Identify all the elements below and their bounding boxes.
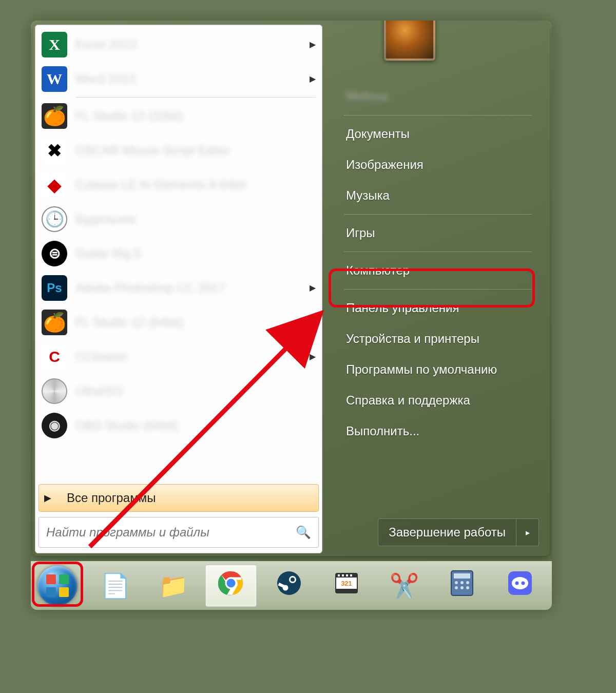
program-label: Guitar Rig 5 — [75, 246, 316, 261]
taskbar-start-button[interactable] — [32, 565, 84, 607]
right-item-music[interactable]: Музыка — [337, 180, 537, 211]
taskbar-item-calculator[interactable] — [436, 565, 488, 607]
svg-point-28 — [521, 581, 525, 585]
all-programs-button[interactable]: ▶ Все программы — [38, 484, 319, 512]
svg-point-19 — [455, 581, 458, 584]
taskbar-item-notepad[interactable]: 📄 — [90, 565, 142, 607]
program-item-flstudio[interactable]: 🍊 FL Studio 12 (32bit) — [37, 99, 320, 133]
search-icon[interactable]: 🔍 — [296, 525, 311, 540]
right-item-user[interactable]: Melissa — [337, 81, 537, 112]
program-label: Будильник — [75, 212, 316, 226]
taskbar-item-mpc[interactable]: 321 — [321, 565, 373, 607]
program-item-word[interactable]: W Word 2013 ▶ — [37, 62, 320, 96]
separator — [344, 115, 532, 116]
cubase-icon: ◆ — [42, 172, 67, 198]
svg-point-6 — [291, 578, 295, 582]
svg-rect-15 — [350, 574, 352, 576]
program-label: FL Studio 12 (64bit) — [75, 315, 316, 330]
right-item-documents[interactable]: Документы — [337, 119, 537, 149]
photoshop-icon: Ps — [42, 275, 67, 301]
svg-point-22 — [455, 586, 458, 589]
calculator-icon — [450, 570, 474, 602]
steam-icon — [276, 570, 302, 602]
program-item-ccleaner[interactable]: C CCleaner ▶ — [37, 339, 320, 374]
shutdown-options-button[interactable]: ▸ — [516, 518, 539, 546]
right-item-pictures[interactable]: Изображения — [337, 149, 537, 180]
program-label: FL Studio 12 (32bit) — [75, 109, 316, 123]
svg-point-21 — [466, 581, 469, 584]
submenu-arrow-icon: ▶ — [310, 283, 316, 293]
program-item-obs[interactable]: ◉ OBS Studio (64bit) — [37, 408, 320, 442]
start-menu-right-pane: Melissa Документы Изображения Музыка Игр… — [322, 25, 547, 553]
taskbar-item-snipping-tool[interactable]: ✂️ — [378, 565, 430, 607]
desktop-background: X Excel 2013 ▶ W Word 2013 ▶ 🍊 FL Studio… — [31, 21, 552, 610]
program-label: UltraISO — [75, 384, 316, 398]
ccleaner-icon: C — [42, 344, 67, 370]
right-item-help[interactable]: Справка и поддержка — [337, 385, 537, 416]
separator — [75, 97, 316, 98]
arrow-right-icon: ▶ — [44, 492, 51, 504]
shutdown-button-group: Завершение работы ▸ — [378, 518, 539, 546]
right-item-devices[interactable]: Устройства и принтеры — [337, 323, 537, 354]
ultraiso-icon — [42, 378, 67, 404]
taskbar-item-chrome[interactable] — [205, 565, 257, 607]
taskbar-item-discord[interactable] — [494, 565, 546, 607]
oscar-icon: ✖ — [42, 138, 67, 163]
explorer-icon: 📁 — [159, 572, 188, 600]
search-box[interactable]: 🔍 — [38, 517, 319, 548]
word-icon: W — [42, 66, 67, 92]
svg-point-4 — [277, 571, 301, 595]
svg-point-23 — [460, 586, 464, 589]
taskbar-item-steam[interactable] — [263, 565, 315, 607]
right-item-games[interactable]: Игры — [337, 218, 537, 248]
svg-rect-14 — [346, 574, 348, 576]
start-orb-icon — [37, 566, 78, 606]
taskbar-item-explorer[interactable]: 📁 — [147, 565, 199, 607]
program-label: OBS Studio (64bit) — [75, 418, 316, 433]
shutdown-button[interactable]: Завершение работы — [378, 518, 516, 546]
separator — [344, 252, 532, 252]
separator — [344, 289, 532, 290]
recent-programs-list: X Excel 2013 ▶ W Word 2013 ▶ 🍊 FL Studio… — [35, 25, 322, 481]
program-label: Word 2013 — [75, 72, 310, 86]
program-label: OSCAR Mouse Script Editor — [75, 143, 316, 158]
submenu-arrow-icon: ▶ — [310, 352, 316, 361]
search-input[interactable] — [46, 525, 296, 540]
right-item-computer[interactable]: Компьютер — [337, 255, 537, 286]
notepad-icon: 📄 — [101, 572, 130, 600]
program-item-photoshop[interactable]: Ps Adobe Photoshop CC 2017 ▶ — [37, 271, 320, 305]
svg-rect-11 — [336, 589, 357, 593]
svg-rect-18 — [454, 573, 470, 579]
program-label: Adobe Photoshop CC 2017 — [75, 281, 310, 295]
obs-icon: ◉ — [42, 413, 67, 438]
snipping-tool-icon: ✂️ — [390, 572, 419, 600]
right-item-control-panel[interactable]: Панель управления — [337, 293, 537, 323]
svg-rect-13 — [342, 574, 344, 576]
program-item-cubase[interactable]: ◆ Cubase LE AI Elements 8 64bit — [37, 167, 320, 202]
svg-rect-12 — [338, 574, 340, 576]
flstudio-icon: 🍊 — [42, 310, 67, 335]
all-programs-label: Все программы — [67, 491, 156, 505]
right-item-defaults[interactable]: Программы по умолчанию — [337, 354, 537, 385]
program-item-excel[interactable]: X Excel 2013 ▶ — [37, 27, 320, 62]
program-item-oscar[interactable]: ✖ OSCAR Mouse Script Editor — [37, 133, 320, 167]
right-item-run[interactable]: Выполнить... — [337, 416, 537, 447]
program-item-guitarrig[interactable]: ⊜ Guitar Rig 5 — [37, 236, 320, 271]
svg-point-27 — [515, 581, 518, 585]
program-item-flstudio64[interactable]: 🍊 FL Studio 12 (64bit) — [37, 305, 320, 339]
alarm-clock-icon: 🕒 — [42, 206, 67, 232]
start-menu: X Excel 2013 ▶ W Word 2013 ▶ 🍊 FL Studio… — [32, 22, 550, 556]
taskbar: 📄 📁 321 ✂️ — [31, 561, 552, 610]
program-label: CCleaner — [75, 350, 310, 364]
user-avatar[interactable] — [384, 21, 435, 61]
svg-point-20 — [460, 581, 464, 584]
start-menu-left-pane: X Excel 2013 ▶ W Word 2013 ▶ 🍊 FL Studio… — [35, 25, 322, 553]
svg-point-24 — [466, 586, 469, 589]
flstudio-icon: 🍊 — [42, 103, 67, 129]
discord-icon — [507, 570, 533, 602]
program-item-alarm[interactable]: 🕒 Будильник — [37, 202, 320, 236]
separator — [344, 214, 532, 215]
program-item-ultraiso[interactable]: UltraISO — [37, 374, 320, 408]
chrome-icon — [218, 570, 244, 602]
submenu-arrow-icon: ▶ — [310, 74, 316, 84]
